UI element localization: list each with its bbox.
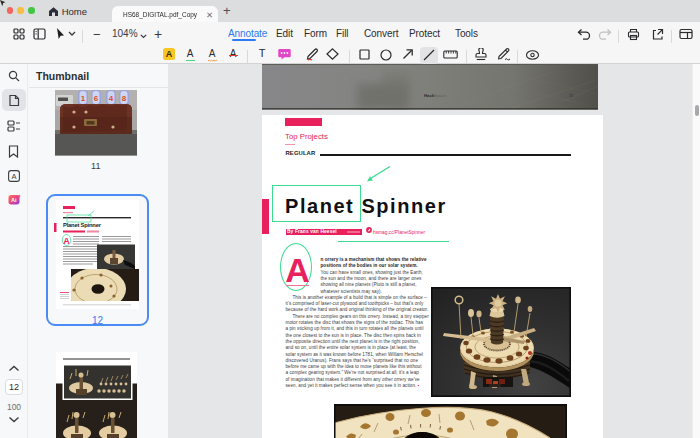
svg-text:4: 4 <box>108 94 113 103</box>
svg-text:HackSpace: HackSpace <box>424 93 447 98</box>
svg-text:11: 11 <box>569 93 574 98</box>
svg-text:A: A <box>63 236 70 246</box>
svg-text:Planet Spinner: Planet Spinner <box>63 222 102 228</box>
svg-text:6: 6 <box>93 94 98 103</box>
svg-text:8: 8 <box>121 94 126 103</box>
svg-text:1: 1 <box>80 94 85 103</box>
svg-text:A: A <box>11 172 16 181</box>
svg-text:Ai: Ai <box>11 197 17 203</box>
